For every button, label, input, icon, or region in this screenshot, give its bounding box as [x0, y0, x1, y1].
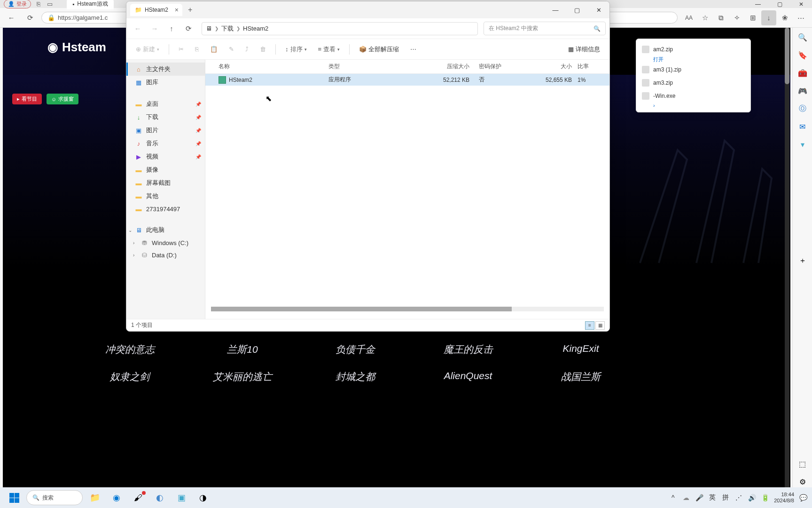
sort-button[interactable]: ↕ 排序 ▾ — [281, 42, 311, 56]
taskbar-edge[interactable]: ◉ — [107, 489, 126, 506]
refresh-button[interactable]: ⟳ — [23, 10, 38, 25]
scrollbar-thumb[interactable] — [211, 307, 512, 311]
nav-chip-programs[interactable]: ▸看节目 — [12, 94, 42, 104]
new-button[interactable]: ⊕ 新建 ▾ — [132, 42, 163, 56]
file-row[interactable]: HSteam2 应用程序 52,212 KB 否 52,655 KB 1% — [205, 74, 609, 86]
office-icon[interactable]: Ⓞ — [797, 103, 808, 114]
game-link[interactable]: 兰斯10 — [186, 343, 299, 356]
sidebar-videos[interactable]: ▶视频📌 — [126, 150, 205, 163]
tiles-view-toggle[interactable]: ▦ — [595, 321, 605, 330]
browser-tab[interactable]: ▪ Hsteam游戏 — [67, 0, 114, 9]
download-open-link[interactable]: 打开 — [636, 56, 750, 63]
nav-forward-button[interactable]: → — [147, 21, 162, 36]
volume-icon[interactable]: 🔊 — [748, 493, 756, 502]
extensions-icon[interactable]: ⊞ — [745, 10, 760, 25]
chevron-right-icon[interactable]: ❯ — [236, 26, 240, 31]
game-link[interactable]: 艾米丽的逃亡 — [186, 370, 299, 383]
read-aloud-icon[interactable]: AA — [681, 10, 696, 25]
sidebar-pictures[interactable]: ▣图片📌 — [126, 124, 205, 137]
shopping-icon[interactable]: 🔖 — [797, 49, 808, 61]
copy-button[interactable]: ⎘ — [191, 43, 203, 56]
sidebar-screenshots[interactable]: ▬屏幕截图 — [126, 176, 205, 190]
more-button[interactable]: ⋯ — [406, 43, 420, 56]
back-button[interactable]: ← — [4, 10, 19, 25]
ime-lang-indicator[interactable]: 英 — [708, 493, 717, 502]
page-scrollbar-thumb[interactable] — [785, 28, 789, 84]
breadcrumb-bar[interactable]: 🖥 ❯ 下载 ❯ HSteam2 — [202, 22, 478, 35]
settings-gear-icon[interactable]: ⚙ — [797, 476, 808, 487]
tray-chevron-icon[interactable]: ^ — [669, 493, 677, 502]
drop-icon[interactable]: ▾ — [797, 139, 808, 150]
chevron-right-icon[interactable]: › — [133, 253, 134, 258]
details-view-toggle[interactable]: ≡ — [585, 321, 594, 330]
download-more-link[interactable]: › — [636, 103, 750, 108]
clock[interactable]: 18:44 2024/8/8 — [774, 492, 794, 504]
sidebar-expand-icon[interactable]: ⬚ — [797, 458, 808, 469]
tray-onedrive-icon[interactable]: ☁ — [682, 493, 690, 502]
taskbar-app-obs[interactable]: ◑ — [194, 489, 212, 506]
game-link[interactable]: KingExit — [524, 343, 637, 356]
download-item[interactable]: am2.zip — [636, 43, 750, 56]
nav-back-button[interactable]: ← — [130, 21, 145, 36]
favorite-icon[interactable]: ☆ — [697, 10, 712, 25]
notifications-icon[interactable]: 💬 — [799, 493, 807, 502]
ime-mode-indicator[interactable]: 拼 — [721, 493, 730, 502]
taskbar-app-media[interactable]: ▣ — [172, 489, 191, 506]
extract-all-button[interactable]: 📦 全部解压缩 — [355, 42, 403, 56]
chevron-down-icon[interactable]: ⌄ — [128, 228, 132, 233]
download-item[interactable]: am3.zip — [636, 76, 750, 89]
sidebar-drive-d[interactable]: ›⛁Data (D:) — [126, 249, 205, 261]
cut-button[interactable]: ✂ — [175, 43, 187, 56]
column-header-csize[interactable]: 压缩大小 — [413, 63, 479, 71]
workspaces-icon[interactable]: ⎘ — [35, 0, 42, 8]
sidebar-drive-c[interactable]: ›⛃Windows (C:) — [126, 237, 205, 249]
view-button[interactable]: ≡ 查看 ▾ — [314, 42, 344, 56]
column-header-name[interactable]: 名称 — [211, 63, 328, 71]
sidebar-downloads[interactable]: ↓下载📌 — [126, 111, 205, 124]
new-tab-button[interactable]: + — [188, 6, 192, 14]
nav-chip-support[interactable]: ☺求援窗 — [47, 94, 78, 104]
explorer-search-box[interactable]: 在 HSteam2 中搜索 🔍 — [484, 22, 606, 35]
nav-refresh-button[interactable]: ⟳ — [181, 21, 196, 36]
paste-button[interactable]: 📋 — [206, 43, 221, 56]
share-button[interactable]: ⤴ — [242, 43, 252, 56]
chevron-right-icon[interactable]: ❯ — [215, 26, 219, 31]
sidebar-gallery[interactable]: ▦图库 — [126, 76, 205, 89]
taskbar-search[interactable]: 🔍 搜索 — [26, 490, 83, 505]
sidebar-home[interactable]: ⌂主文件夹 — [126, 63, 205, 76]
wifi-icon[interactable]: ⋰ — [734, 493, 743, 502]
collections-icon[interactable]: ⧉ — [713, 10, 728, 25]
taskbar-copilot[interactable]: ◐ — [150, 489, 169, 506]
minimize-button[interactable]: — — [545, 1, 566, 18]
maximize-button[interactable]: ▢ — [566, 1, 588, 18]
login-button[interactable]: 👤 登录 — [4, 0, 31, 8]
close-button[interactable]: ✕ — [588, 1, 609, 18]
sidebar-desktop[interactable]: ▬桌面📌 — [126, 97, 205, 111]
horizontal-scrollbar[interactable] — [211, 307, 604, 311]
games-icon[interactable]: 🎮 — [797, 85, 808, 96]
start-button[interactable] — [5, 489, 23, 506]
tab-actions-icon[interactable]: ▭ — [46, 0, 54, 8]
minimize-button[interactable]: — — [747, 0, 769, 8]
game-link[interactable]: AlienQuest — [412, 370, 524, 383]
column-header-ratio[interactable]: 比率 — [578, 63, 601, 71]
sidebar-music[interactable]: ♪音乐📌 — [126, 137, 205, 150]
game-link[interactable]: 封城之都 — [299, 370, 412, 383]
game-link[interactable]: 战国兰斯 — [524, 370, 637, 383]
game-link[interactable]: 魔王的反击 — [412, 343, 524, 356]
sidebar-thispc[interactable]: ⌄🖥此电脑 — [126, 223, 205, 237]
game-link[interactable]: 奴隶之剑 — [73, 370, 186, 383]
maximize-button[interactable]: ▢ — [769, 0, 790, 8]
game-link[interactable]: 负债千金 — [299, 343, 412, 356]
close-button[interactable]: ✕ — [790, 0, 812, 8]
taskbar-app-paint[interactable]: 🖌 — [129, 489, 148, 506]
outlook-icon[interactable]: ✉ — [797, 121, 808, 132]
settings-more-icon[interactable]: ⋯ — [793, 10, 808, 25]
sidebar-numfolder[interactable]: ▬2731974497 — [126, 203, 205, 215]
chevron-right-icon[interactable]: › — [133, 240, 134, 246]
column-header-type[interactable]: 类型 — [328, 63, 413, 71]
taskbar-explorer[interactable]: 📁 — [86, 489, 104, 506]
tab-close-icon[interactable]: × — [175, 6, 179, 14]
download-item[interactable]: am3 (1).zip — [636, 63, 750, 76]
sidebar-camera[interactable]: ▬摄像 — [126, 163, 205, 176]
